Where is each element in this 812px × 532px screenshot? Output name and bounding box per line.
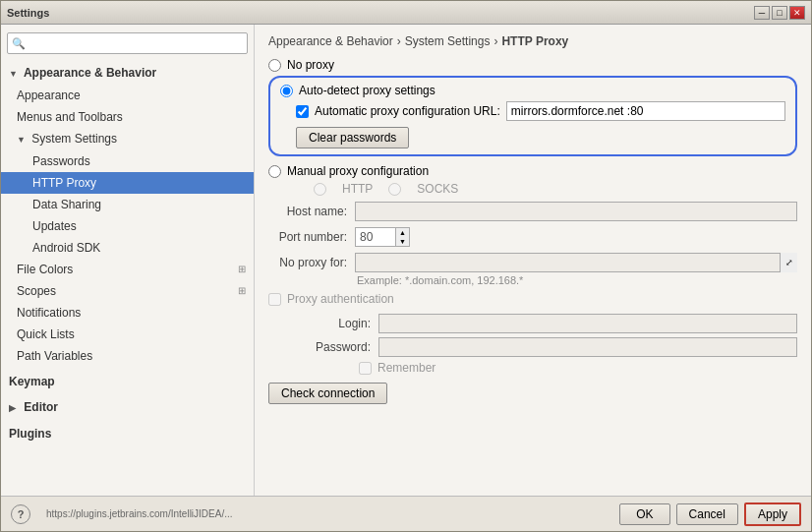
- minimize-button[interactable]: ─: [754, 6, 770, 20]
- http-radio: [314, 183, 326, 196]
- host-name-row: Host name:: [268, 202, 797, 221]
- breadcrumb-part3: HTTP Proxy: [501, 34, 568, 48]
- auto-detect-section: ➜ Auto-detect proxy settings Automatic p…: [268, 76, 797, 156]
- no-proxy-for-input: [355, 253, 797, 272]
- main-panel: Appearance & Behavior › System Settings …: [255, 25, 811, 496]
- sidebar-item-scopes[interactable]: Scopes ⊞: [1, 280, 254, 302]
- clear-passwords-row: Clear passwords: [296, 127, 785, 148]
- auto-config-label: Automatic proxy configuration URL:: [315, 104, 500, 118]
- bottom-bar: ? https://plugins.jetbrains.com/IntelliJ…: [1, 496, 811, 531]
- search-input[interactable]: [29, 36, 243, 50]
- remember-checkbox: [359, 362, 372, 375]
- breadcrumb-sep2: ›: [493, 34, 497, 48]
- spinner-arrows: ▲ ▼: [395, 228, 409, 246]
- sidebar-item-file-colors[interactable]: File Colors ⊞: [1, 259, 254, 280]
- sidebar-item-android-sdk[interactable]: Android SDK: [1, 237, 254, 259]
- sidebar-item-editor[interactable]: ▶ Editor: [1, 396, 254, 419]
- manual-proxy-option: Manual proxy configuration: [268, 164, 797, 178]
- breadcrumb-sep1: ›: [397, 34, 401, 48]
- proxy-auth-label: Proxy authentication: [287, 292, 394, 306]
- no-proxy-for-row: No proxy for: ⤢: [268, 253, 797, 272]
- search-icon: 🔍: [12, 37, 26, 50]
- title-bar-buttons: ─ □ ✕: [754, 6, 805, 20]
- no-proxy-radio[interactable]: [268, 59, 281, 72]
- proxy-auth-row: Proxy authentication: [268, 292, 797, 306]
- manual-proxy-radio[interactable]: [268, 165, 281, 178]
- check-connection-button[interactable]: Check connection: [268, 383, 387, 404]
- clear-passwords-button[interactable]: Clear passwords: [296, 127, 409, 148]
- breadcrumb: Appearance & Behavior › System Settings …: [268, 34, 797, 48]
- sidebar-item-menus-toolbars[interactable]: Menus and Toolbars: [1, 106, 254, 128]
- file-colors-icon: ⊞: [238, 261, 246, 278]
- login-label: Login:: [292, 317, 371, 330]
- login-row: Login:: [292, 314, 797, 333]
- no-proxy-label: No proxy: [287, 58, 334, 72]
- proxy-url-input[interactable]: [506, 101, 785, 121]
- search-box[interactable]: 🔍: [7, 32, 248, 54]
- remember-label: Remember: [377, 361, 435, 375]
- settings-window: Settings ─ □ ✕ 🔍 ▼ Appearance & Behavior…: [0, 0, 812, 532]
- no-proxy-option: No proxy: [268, 58, 797, 72]
- cancel-button[interactable]: Cancel: [676, 503, 738, 525]
- password-row: Password:: [292, 337, 797, 357]
- spinner-down[interactable]: ▼: [396, 237, 409, 246]
- apply-button[interactable]: Apply: [744, 502, 801, 526]
- sidebar-item-path-variables[interactable]: Path Variables: [1, 345, 254, 367]
- breadcrumb-part1: Appearance & Behavior: [268, 34, 393, 48]
- socks-radio: [388, 183, 401, 196]
- sidebar-item-passwords[interactable]: Passwords: [1, 150, 254, 172]
- sidebar-item-appearance-behavior[interactable]: ▼ Appearance & Behavior: [1, 62, 254, 85]
- toggle-icon: ▼: [9, 65, 21, 83]
- sidebar-item-keymap[interactable]: Keymap: [1, 371, 254, 392]
- sidebar-item-system-settings[interactable]: ▼ System Settings: [1, 128, 254, 150]
- sidebar-item-updates[interactable]: Updates: [1, 215, 254, 237]
- http-socks-row: HTTP SOCKS: [292, 182, 797, 196]
- socks-label: SOCKS: [417, 182, 458, 196]
- example-text: Example: *.domain.com, 192.168.*: [357, 274, 797, 286]
- main-content: 🔍 ▼ Appearance & Behavior Appearance Men…: [1, 25, 811, 496]
- proxy-auth-checkbox: [268, 293, 281, 306]
- help-button[interactable]: ?: [11, 504, 30, 524]
- port-spinner[interactable]: ▲ ▼: [355, 227, 410, 247]
- no-proxy-for-container: ⤢: [355, 253, 797, 272]
- login-input: [378, 314, 797, 333]
- maximize-button[interactable]: □: [772, 6, 787, 20]
- auto-detect-label: Auto-detect proxy settings: [299, 84, 435, 97]
- check-connection-container: Check connection: [268, 383, 797, 404]
- port-label: Port number:: [268, 230, 347, 244]
- password-label: Password:: [292, 340, 371, 354]
- close-button[interactable]: ✕: [789, 6, 805, 20]
- auto-config-checkbox[interactable]: [296, 105, 309, 118]
- ok-button[interactable]: OK: [619, 503, 669, 525]
- port-input: [356, 228, 395, 246]
- spinner-up[interactable]: ▲: [396, 228, 409, 237]
- sidebar-item-notifications[interactable]: Notifications: [1, 302, 254, 324]
- manual-proxy-label: Manual proxy configuration: [287, 164, 429, 178]
- password-input: [378, 337, 797, 357]
- port-number-row: Port number: ▲ ▼: [268, 227, 797, 247]
- scopes-icon: ⊞: [238, 282, 246, 300]
- auto-detect-option: Auto-detect proxy settings: [280, 84, 785, 97]
- remember-row: Remember: [359, 361, 797, 375]
- toggle-icon: ▼: [17, 131, 29, 148]
- toggle-icon: ▶: [9, 399, 21, 417]
- sidebar-item-http-proxy[interactable]: HTTP Proxy: [1, 172, 254, 194]
- host-input: [355, 202, 797, 221]
- http-label: HTTP: [342, 182, 373, 196]
- title-bar: Settings ─ □ ✕: [1, 1, 811, 25]
- bottom-url-text: https://plugins.jetbrains.com/IntelliJID…: [36, 508, 613, 519]
- auto-detect-radio[interactable]: [280, 85, 293, 97]
- sidebar-item-plugins[interactable]: Plugins: [1, 423, 254, 444]
- sidebar-item-quick-lists[interactable]: Quick Lists: [1, 324, 254, 345]
- breadcrumb-part2: System Settings: [405, 34, 491, 48]
- window-title: Settings: [7, 7, 754, 19]
- sidebar: 🔍 ▼ Appearance & Behavior Appearance Men…: [1, 25, 255, 496]
- sidebar-item-data-sharing[interactable]: Data Sharing: [1, 194, 254, 215]
- expand-button[interactable]: ⤢: [780, 253, 797, 272]
- host-label: Host name:: [268, 205, 347, 218]
- sidebar-item-appearance[interactable]: Appearance: [1, 85, 254, 106]
- auto-config-row: Automatic proxy configuration URL:: [296, 101, 785, 121]
- no-proxy-for-label: No proxy for:: [268, 256, 347, 269]
